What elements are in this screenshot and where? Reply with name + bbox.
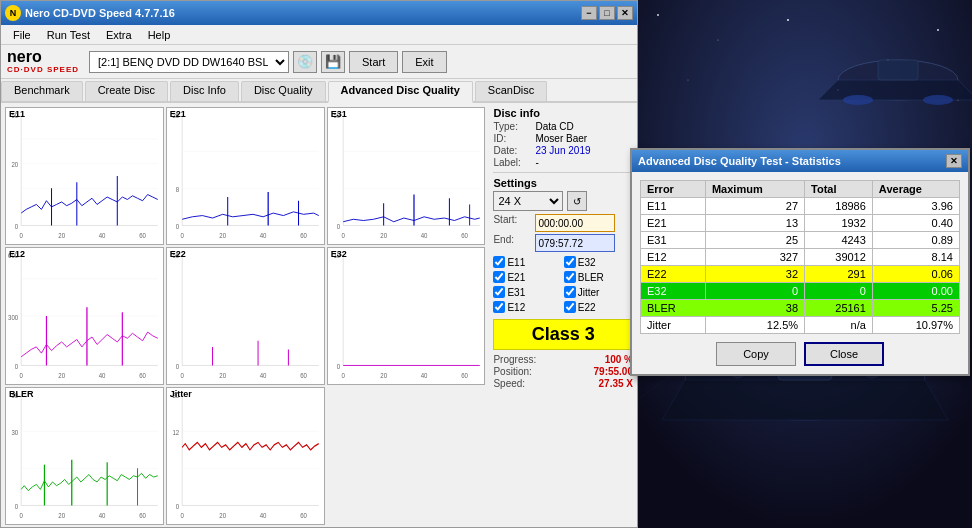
disc-info-title: Disc info [493, 107, 633, 119]
stats-cell-total: 1932 [805, 215, 873, 232]
minimize-button[interactable]: − [581, 6, 597, 20]
svg-point-5 [937, 29, 939, 31]
menu-extra[interactable]: Extra [98, 27, 140, 43]
stats-row-e12: E12327390128.14 [641, 249, 960, 266]
checkbox-E12-row: E12 [493, 301, 562, 313]
chart-E32-title: E32 [331, 249, 347, 259]
dialog-close-button[interactable]: ✕ [946, 154, 962, 168]
close-button[interactable]: ✕ [617, 6, 633, 20]
position-value: 79:55.00 [594, 366, 633, 377]
checkbox-E21[interactable] [493, 271, 505, 283]
window-controls: − □ ✕ [581, 6, 633, 20]
checkbox-BLER-label: BLER [578, 272, 604, 283]
svg-text:40: 40 [260, 231, 267, 239]
svg-rect-11 [878, 60, 918, 80]
id-label: ID: [493, 133, 535, 144]
tab-disc-quality[interactable]: Disc Quality [241, 81, 326, 101]
tab-scandisc[interactable]: ScanDisc [475, 81, 547, 101]
menu-help[interactable]: Help [140, 27, 179, 43]
stats-cell-maximum: 0 [705, 283, 804, 300]
stats-cell-maximum: 13 [705, 215, 804, 232]
progress-value: 100 % [605, 354, 633, 365]
window-title: Nero CD-DVD Speed 4.7.7.16 [25, 7, 175, 19]
drive-select[interactable]: [2:1] BENQ DVD DD DW1640 BSLB [89, 51, 289, 73]
speed-select[interactable]: 24 X [493, 191, 563, 211]
chart-E21-title: E21 [170, 109, 186, 119]
copy-button[interactable]: Copy [716, 342, 796, 366]
save-icon-button[interactable]: 💾 [321, 51, 345, 73]
svg-text:0: 0 [341, 371, 345, 379]
svg-text:20: 20 [380, 371, 387, 379]
app-icon: N [5, 5, 21, 21]
svg-text:40: 40 [260, 511, 267, 519]
svg-rect-55 [328, 108, 485, 244]
tab-advanced-disc-quality[interactable]: Advanced Disc Quality [328, 81, 473, 103]
svg-text:0: 0 [336, 223, 340, 231]
svg-text:60: 60 [461, 231, 468, 239]
end-time-input[interactable] [535, 234, 615, 252]
chart-E22-title: E22 [170, 249, 186, 259]
close-dialog-button[interactable]: Close [804, 342, 884, 366]
tab-disc-info[interactable]: Disc Info [170, 81, 239, 101]
stats-cell-error: E11 [641, 198, 706, 215]
start-button[interactable]: Start [349, 51, 398, 73]
exit-button[interactable]: Exit [402, 51, 446, 73]
stats-cell-average: 0.06 [872, 266, 959, 283]
stats-cell-average: 8.14 [872, 249, 959, 266]
drive-icon-button[interactable]: 💿 [293, 51, 317, 73]
checkbox-BLER[interactable] [564, 271, 576, 283]
toolbar: nero CD·DVD SPEED [2:1] BENQ DVD DD DW16… [1, 45, 637, 79]
start-time-input[interactable] [535, 214, 615, 232]
svg-text:60: 60 [300, 231, 307, 239]
chart-E21: E21 20 8 0 0 20 40 60 [166, 107, 325, 245]
svg-text:0: 0 [15, 363, 19, 371]
checkbox-E12-label: E12 [507, 302, 525, 313]
app-logo: nero CD·DVD SPEED [7, 49, 79, 74]
svg-text:0: 0 [180, 231, 184, 239]
charts-grid: E11 50 20 0 0 20 40 60 [1, 103, 489, 528]
stats-row-jitter: Jitter12.5%n/a10.97% [641, 317, 960, 334]
svg-text:0: 0 [19, 231, 23, 239]
svg-rect-97 [328, 248, 485, 384]
svg-text:40: 40 [420, 231, 427, 239]
checkbox-E11-label: E11 [507, 257, 525, 268]
checkbox-E22[interactable] [564, 301, 576, 313]
checkbox-Jitter[interactable] [564, 286, 576, 298]
col-maximum: Maximum [705, 181, 804, 198]
checkbox-E12[interactable] [493, 301, 505, 313]
checkbox-E31-row: E31 [493, 286, 562, 298]
checkbox-E31-label: E31 [507, 287, 525, 298]
id-value: Moser Baer [535, 133, 587, 144]
stats-row-bler: BLER38251615.25 [641, 300, 960, 317]
chart-BLER: BLER 50 30 0 0 20 40 60 [5, 387, 164, 525]
checkbox-E11[interactable] [493, 256, 505, 268]
svg-rect-40 [167, 108, 324, 244]
stats-cell-error: E12 [641, 249, 706, 266]
speed-refresh-button[interactable]: ↺ [567, 191, 587, 211]
svg-text:20: 20 [219, 231, 226, 239]
svg-rect-24 [6, 108, 163, 244]
svg-text:0: 0 [15, 503, 19, 511]
checkbox-E31[interactable] [493, 286, 505, 298]
maximize-button[interactable]: □ [599, 6, 615, 20]
stats-cell-total: 18986 [805, 198, 873, 215]
stats-row-e22: E22322910.06 [641, 266, 960, 283]
tab-create-disc[interactable]: Create Disc [85, 81, 168, 101]
type-label: Type: [493, 121, 535, 132]
menu-file[interactable]: File [5, 27, 39, 43]
checkbox-E32-row: E32 [564, 256, 633, 268]
menu-runtest[interactable]: Run Test [39, 27, 98, 43]
label-value: - [535, 157, 538, 168]
stats-cell-average: 5.25 [872, 300, 959, 317]
svg-text:300: 300 [8, 313, 18, 321]
end-time-label: End: [493, 234, 535, 252]
svg-rect-85 [167, 248, 324, 384]
menu-bar: File Run Test Extra Help [1, 25, 637, 45]
chart-Jitter: Jitter 20 12 0 0 20 40 60 [166, 387, 325, 525]
tabs-bar: Benchmark Create Disc Disc Info Disc Qua… [1, 79, 637, 103]
stats-cell-error: E32 [641, 283, 706, 300]
tab-benchmark[interactable]: Benchmark [1, 81, 83, 101]
checkbox-E32[interactable] [564, 256, 576, 268]
chart-E11-title: E11 [9, 109, 25, 119]
logo-nero: nero [7, 49, 42, 65]
